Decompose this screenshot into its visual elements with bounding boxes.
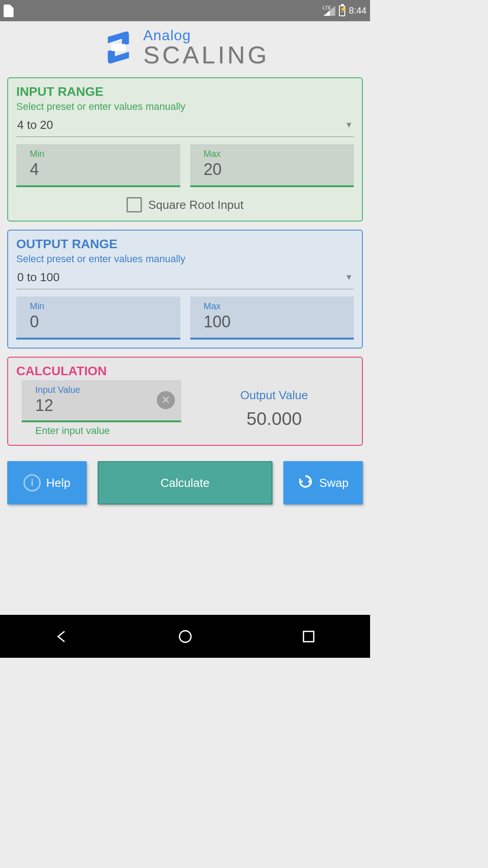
- input-value-field[interactable]: Input Value 12 ✕: [22, 380, 181, 422]
- recent-apps-button[interactable]: [286, 625, 331, 648]
- app-logo-icon: [101, 26, 136, 69]
- output-value-label: Output Value: [240, 388, 308, 402]
- input-value-label: Input Value: [35, 385, 80, 395]
- clear-input-button[interactable]: ✕: [157, 391, 175, 409]
- svg-rect-2: [303, 631, 314, 642]
- output-value: 50.000: [247, 409, 302, 429]
- input-range-subtext: Select preset or enter values manually: [16, 101, 354, 113]
- output-range-card: OUTPUT RANGE Select preset or enter valu…: [7, 230, 363, 349]
- input-value: 12: [35, 396, 80, 415]
- dropdown-icon: ▼: [345, 120, 353, 130]
- app-title-top: Analog: [143, 28, 269, 42]
- signal-icon: [324, 6, 335, 16]
- swap-icon: [297, 473, 314, 493]
- status-bar: LTE 8:44: [0, 0, 370, 21]
- input-range-title: INPUT RANGE: [16, 85, 354, 99]
- close-icon: ✕: [161, 394, 170, 406]
- output-min-label: Min: [30, 301, 172, 311]
- info-icon: i: [23, 474, 41, 491]
- clock: 8:44: [349, 5, 366, 16]
- app-header: Analog SCALING: [7, 26, 363, 69]
- output-max-label: Max: [204, 301, 346, 311]
- output-min-field[interactable]: Min 0: [16, 297, 180, 340]
- checkbox-icon: [127, 197, 142, 212]
- output-min-value: 0: [30, 312, 172, 331]
- sqrt-checkbox[interactable]: Square Root Input: [16, 197, 354, 212]
- back-button[interactable]: [39, 625, 84, 648]
- input-min-label: Min: [30, 149, 172, 159]
- calculation-title: CALCULATION: [16, 364, 354, 378]
- help-label: Help: [46, 476, 70, 490]
- battery-icon: [339, 5, 345, 16]
- input-helper-text: Enter input value: [35, 425, 181, 437]
- input-preset-select[interactable]: 4 to 20 ▼: [16, 115, 354, 137]
- input-range-card: INPUT RANGE Select preset or enter value…: [7, 77, 363, 222]
- calculation-card: CALCULATION Input Value 12 ✕ Enter input…: [7, 357, 363, 446]
- app-title-bottom: SCALING: [143, 42, 269, 67]
- calculate-label: Calculate: [160, 476, 209, 490]
- output-range-title: OUTPUT RANGE: [16, 237, 354, 251]
- output-preset-select[interactable]: 0 to 100 ▼: [16, 268, 354, 289]
- dropdown-icon: ▼: [345, 273, 353, 282]
- help-button[interactable]: i Help: [7, 461, 87, 505]
- svg-point-1: [179, 631, 191, 642]
- output-max-value: 100: [204, 312, 346, 331]
- input-max-value: 20: [204, 160, 346, 179]
- action-buttons: i Help Calculate Swap: [7, 461, 363, 505]
- input-preset-value: 4 to 20: [17, 118, 53, 132]
- sdcard-icon: [4, 5, 14, 17]
- android-navbar: [0, 615, 370, 658]
- output-max-field[interactable]: Max 100: [190, 297, 354, 340]
- input-min-value: 4: [30, 160, 172, 179]
- network-indicator: LTE: [324, 6, 335, 16]
- input-max-field[interactable]: Max 20: [190, 144, 354, 187]
- input-max-label: Max: [204, 149, 346, 159]
- home-button[interactable]: [163, 625, 208, 648]
- output-range-subtext: Select preset or enter values manually: [16, 253, 354, 265]
- swap-label: Swap: [319, 476, 348, 490]
- sqrt-label: Square Root Input: [148, 198, 244, 212]
- input-min-field[interactable]: Min 4: [16, 144, 180, 187]
- app-content: Analog SCALING INPUT RANGE Select preset…: [0, 21, 370, 615]
- svg-rect-0: [111, 44, 125, 51]
- output-preset-value: 0 to 100: [17, 270, 60, 284]
- calculate-button[interactable]: Calculate: [98, 461, 272, 505]
- swap-button[interactable]: Swap: [283, 461, 363, 505]
